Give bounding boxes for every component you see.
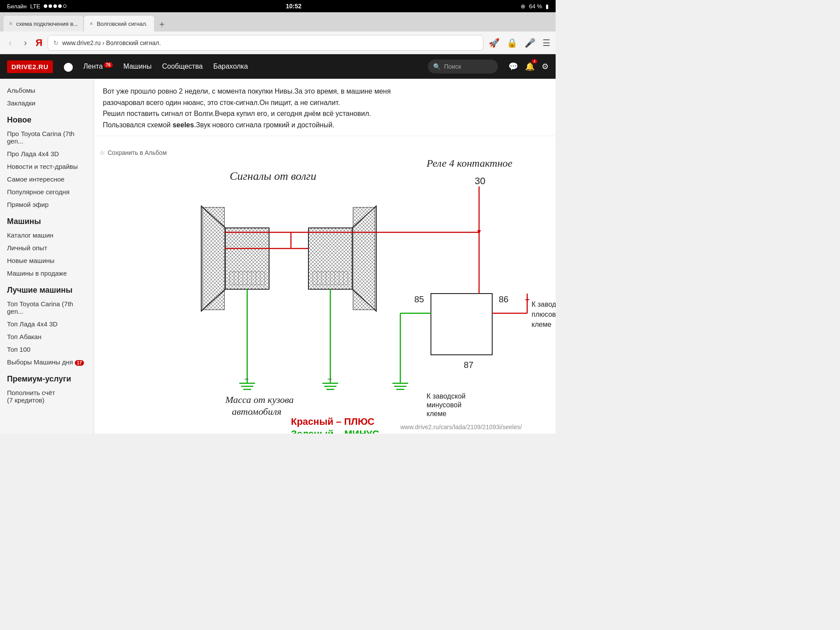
- bell-icon[interactable]: 🔔4: [525, 62, 535, 71]
- sidebar-item-lichnyj-opyt[interactable]: Личный опыт: [0, 242, 94, 254]
- menu-icon[interactable]: ☰: [542, 38, 550, 48]
- sidebar-item-albums[interactable]: Альбомы: [0, 84, 94, 97]
- new-tab-button[interactable]: +: [155, 18, 169, 32]
- gear-icon[interactable]: ⚙: [542, 62, 549, 71]
- sidebar-item-top-100[interactable]: Топ 100: [0, 343, 94, 356]
- minus-sign-left: –: [245, 375, 248, 382]
- clock: 10:52: [286, 3, 301, 10]
- pin-87-label: 87: [464, 360, 473, 370]
- mass-label-1: Масса от кузова: [225, 394, 294, 405]
- tab-close-2[interactable]: ✕: [89, 21, 93, 27]
- sidebar-item-lada-4x4[interactable]: Про Лада 4x4 3D: [0, 147, 94, 160]
- site-header: DRIVE2.RU ⬤ Лента76 Машины Сообщества Ба…: [0, 54, 556, 79]
- star-icon: ☆: [99, 149, 105, 156]
- sidebar-item-mashiny-v-prodazhe[interactable]: Машины в продаже: [0, 267, 94, 280]
- sidebar-item-vybory[interactable]: Выборы Машины дня17: [0, 356, 94, 368]
- url-text: www.drive2.ru › Волговский сигнал.: [62, 39, 161, 46]
- ford-icon: ⬤: [63, 61, 73, 72]
- mic-icon[interactable]: 🎤: [525, 38, 536, 48]
- diagram-container: ☆ Сохранить в Альбом Сигналы от волги: [94, 145, 556, 434]
- content-area: Вот уже прошло ровно 2 недели, с момента…: [94, 79, 556, 434]
- lock-icon[interactable]: 🔒: [507, 38, 518, 48]
- sidebar-item-popolnit[interactable]: Пополнить счёт (7 кредитов): [0, 386, 94, 406]
- sidebar-item-top-abakan[interactable]: Топ Абакан: [0, 330, 94, 343]
- plus-sign: +: [525, 295, 530, 304]
- status-left: Билайн LTE: [7, 3, 66, 10]
- carrier-label: Билайн: [7, 3, 27, 10]
- sidebar-item-pryamoj-efir[interactable]: Прямой эфир: [0, 198, 94, 211]
- sidebar-section-luchshie: Лучшие машины: [0, 280, 94, 298]
- svg-rect-3: [203, 207, 224, 310]
- nav-baraholka[interactable]: Барахолка: [213, 63, 248, 70]
- battery-label: 64 %: [529, 3, 542, 10]
- save-to-album-button[interactable]: ☆ Сохранить в Альбом: [99, 149, 167, 156]
- sidebar-section-premium: Премиум-услуги: [0, 368, 94, 386]
- red-legend: Красный – ПЛЮС: [291, 416, 374, 427]
- nav-mashiny[interactable]: Машины: [123, 63, 152, 70]
- browser-tabs: ✕ схема подключения в... ✕ Волговский си…: [0, 12, 556, 32]
- search-placeholder: Поиск: [444, 63, 461, 70]
- browser-toolbar-right: 🚀 🔒 🎤 ☰: [489, 38, 550, 48]
- pin-30-label: 30: [475, 175, 485, 186]
- sidebar-item-populyarnoe[interactable]: Популярное сегодня: [0, 186, 94, 198]
- tab-2[interactable]: ✕ Волговский сигнал.: [84, 16, 154, 32]
- nav-lenta[interactable]: Лента76: [84, 63, 113, 70]
- seeles-bold: seeles: [172, 121, 194, 129]
- sidebar-item-novye-mashiny[interactable]: Новые машины: [0, 254, 94, 267]
- sidebar-section-novoe: Новое: [0, 109, 94, 127]
- status-right: ⊕ 64 % ▮: [521, 3, 549, 10]
- sidebar-item-novosti[interactable]: Новости и тест-драйвы: [0, 160, 94, 173]
- minus-sign-right: –: [328, 375, 332, 382]
- article-text: Вот уже прошло ровно 2 недели, с момента…: [94, 79, 556, 136]
- vybory-badge: 17: [75, 360, 84, 366]
- wiring-diagram-svg: Сигналы от волги: [94, 145, 556, 434]
- sidebar-item-toyota-carina[interactable]: Про Toyota Carina (7th gen...: [0, 127, 94, 147]
- svg-rect-17: [353, 207, 375, 310]
- battery-icon: ▮: [546, 3, 549, 10]
- minus-factory-label-3: клеме: [427, 410, 446, 417]
- tab-1[interactable]: ✕ схема подключения в...: [4, 16, 83, 32]
- url-bar[interactable]: ↻ www.drive2.ru › Волговский сигнал.: [48, 35, 483, 51]
- pin-86-label: 86: [499, 294, 508, 304]
- sidebar-item-katalog[interactable]: Каталог машин: [0, 229, 94, 242]
- relay-label: Реле 4 контактное: [426, 158, 513, 169]
- save-label: Сохранить в Альбом: [108, 149, 167, 156]
- forward-button[interactable]: ›: [21, 36, 31, 49]
- reload-icon[interactable]: ↻: [53, 39, 59, 46]
- green-legend: Зеленый – МИНУС: [291, 428, 379, 434]
- sidebar: Альбомы Закладки Новое Про Toyota Carina…: [0, 79, 94, 434]
- sidebar-item-top-lada[interactable]: Топ Лада 4x4 3D: [0, 318, 94, 330]
- diagram-signals-title: Сигналы от волги: [230, 170, 316, 182]
- tab-label-2: Волговский сигнал.: [97, 21, 147, 27]
- tab-label-1: схема подключения в...: [16, 21, 78, 27]
- address-bar: ‹ › Я ↻ www.drive2.ru › Волговский сигна…: [0, 32, 556, 54]
- pin-85-label: 85: [414, 294, 424, 304]
- location-icon: ⊕: [521, 3, 525, 10]
- status-bar: Билайн LTE 10:52 ⊕ 64 % ▮: [0, 0, 556, 12]
- back-button[interactable]: ‹: [5, 36, 15, 49]
- network-type: LTE: [30, 3, 40, 10]
- lenta-badge: 76: [104, 62, 113, 68]
- sidebar-item-samoe[interactable]: Самое интересное: [0, 173, 94, 186]
- minus-factory-label-1: К заводской: [427, 392, 466, 400]
- nav-soobshchestva[interactable]: Сообщества: [162, 63, 203, 70]
- sidebar-item-bookmarks[interactable]: Закладки: [0, 97, 94, 109]
- main-layout: Альбомы Закладки Новое Про Toyota Carina…: [0, 79, 556, 434]
- sidebar-item-top-toyota[interactable]: Топ Toyota Carina (7th gen...: [0, 298, 94, 318]
- share-icon[interactable]: 🚀: [489, 38, 500, 48]
- plus-factory-label-1: К заводской: [532, 301, 556, 308]
- notification-badge: 4: [532, 59, 537, 63]
- tab-close-1[interactable]: ✕: [9, 21, 13, 27]
- mass-label-2: автомобиля: [232, 406, 281, 417]
- watermark: www.drive2.ru/cars/lada/2109/21093i/seel…: [400, 424, 522, 430]
- chat-icon[interactable]: 💬: [508, 62, 518, 71]
- header-icons: 💬 🔔4 ⚙: [508, 62, 549, 71]
- sidebar-section-mashiny: Машины: [0, 211, 94, 229]
- plus-factory-label-3: клеме: [532, 321, 551, 328]
- minus-factory-label-2: минусовой: [427, 401, 462, 409]
- yandex-logo[interactable]: Я: [35, 37, 42, 49]
- search-box[interactable]: 🔍 Поиск: [428, 60, 498, 74]
- drive2-logo[interactable]: DRIVE2.RU: [7, 60, 53, 73]
- svg-rect-26: [431, 294, 492, 355]
- article-paragraph: Вот уже прошло ровно 2 недели, с момента…: [103, 86, 547, 130]
